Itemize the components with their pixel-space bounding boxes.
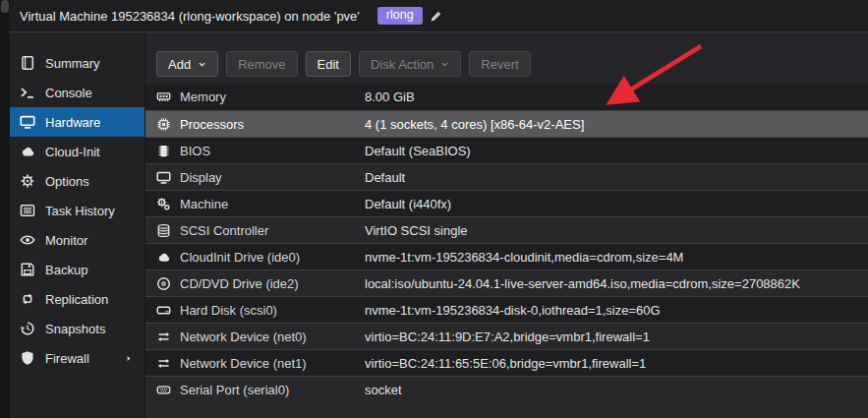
sidebar-item-label: Summary <box>45 56 100 71</box>
cpu-icon <box>156 117 171 132</box>
sidebar-item-replication[interactable]: Replication <box>10 284 145 314</box>
add-button[interactable]: Add <box>156 51 218 77</box>
hw-row-machine[interactable]: Machine Default (i440fx) <box>145 190 868 216</box>
sidebar-item-summary[interactable]: Summary <box>10 48 145 78</box>
terminal-icon <box>20 85 35 100</box>
sidebar-item-cloud-init[interactable]: Cloud-Init <box>10 137 145 166</box>
hw-row-serial-port-serial0[interactable]: Serial Port (serial0) socket <box>145 376 868 402</box>
hw-row-hard-disk-scsi0[interactable]: Hard Disk (scsi0) nvme-1t:vm-195236834-d… <box>145 296 868 323</box>
device-label: CD/DVD Drive (ide2) <box>180 276 299 291</box>
row-label-cell: CloudInit Drive (ide0) <box>145 250 365 265</box>
hardware-toolbar: Add Remove Edit <box>145 32 868 84</box>
sidebar-item-label: Backup <box>45 263 87 277</box>
left-edge-strip <box>0 0 10 418</box>
device-label: Processors <box>180 117 244 132</box>
database-icon <box>156 223 171 238</box>
device-label: CloudInit Drive (ide0) <box>180 250 300 265</box>
device-value: local:iso/ubuntu-24.04.1-live-server-amd… <box>365 276 868 291</box>
hardware-table: Memory 8.00 GiB Processors 4 (1 sockets,… <box>145 84 868 402</box>
sidebar-item-options[interactable]: Options <box>10 166 145 196</box>
memory-icon <box>156 90 171 104</box>
device-value: Default (i440fx) <box>365 197 868 211</box>
sidebar-item-hardware[interactable]: Hardware <box>10 107 145 137</box>
display-icon <box>156 170 171 185</box>
revert-button[interactable]: Revert <box>469 51 530 77</box>
scrollbar-thumb[interactable] <box>1 0 9 13</box>
eye-icon <box>20 232 35 248</box>
row-label-cell: Hard Disk (scsi0) <box>145 303 365 318</box>
device-value: virtio=BC:24:11:9D:E7:A2,bridge=vmbr1,fi… <box>365 329 868 344</box>
hw-row-bios[interactable]: BIOS Default (SeaBIOS) <box>145 137 868 163</box>
serial-icon <box>156 383 171 397</box>
device-label: Serial Port (serial0) <box>180 383 289 397</box>
sidebar-item-console[interactable]: Console <box>10 78 145 107</box>
device-value: Default (SeaBIOS) <box>365 144 868 158</box>
network-icon <box>156 329 171 344</box>
gear-icon <box>20 173 35 189</box>
caret-right-icon <box>121 354 137 363</box>
proxmox-vm-panel: Virtual Machine 195236834 (rlong-workspa… <box>0 0 868 418</box>
vm-sidebar: Summary Console Hardware <box>10 32 145 418</box>
book-icon <box>20 55 35 71</box>
row-label-cell: Network Device (net1) <box>145 356 365 371</box>
button-label: Edit <box>318 57 339 72</box>
chip-icon <box>156 144 171 158</box>
hw-row-network-device-net0[interactable]: Network Device (net0) virtio=BC:24:11:9D… <box>145 323 868 349</box>
button-label: Disk Action <box>371 57 434 72</box>
hardware-panel: Add Remove Edit <box>145 32 868 418</box>
device-value: Default <box>365 170 868 185</box>
sidebar-item-label: Hardware <box>45 115 100 130</box>
row-label-cell: SCSI Controller <box>145 223 365 238</box>
device-value: nvme-1t:vm-195236834-disk-0,iothread=1,s… <box>365 303 868 318</box>
remove-button[interactable]: Remove <box>226 51 297 77</box>
hw-row-scsi-controller[interactable]: SCSI Controller VirtIO SCSI single <box>145 216 868 243</box>
page-title: Virtual Machine 195236834 (rlong-workspa… <box>20 9 360 24</box>
device-label: Machine <box>180 197 228 211</box>
device-label: BIOS <box>180 144 210 158</box>
pencil-icon <box>430 10 442 23</box>
device-label: Hard Disk (scsi0) <box>180 303 277 318</box>
hdd-icon <box>156 303 171 318</box>
edit-button[interactable]: Edit <box>306 51 351 77</box>
disk-action-button[interactable]: Disk Action <box>359 51 461 77</box>
device-label: Display <box>180 170 222 185</box>
sidebar-item-backup[interactable]: Backup <box>10 255 145 284</box>
row-label-cell: Serial Port (serial0) <box>145 383 365 397</box>
cloud-icon <box>20 144 35 159</box>
device-value: 8.00 GiB <box>365 90 868 104</box>
sidebar-item-label: Monitor <box>45 233 87 248</box>
sidebar-item-snapshots[interactable]: Snapshots <box>10 314 145 343</box>
button-label: Remove <box>238 57 285 72</box>
cdrom-icon <box>156 276 171 291</box>
sidebar-item-task-history[interactable]: Task History <box>10 196 145 225</box>
button-label: Revert <box>481 57 518 72</box>
sidebar-item-label: Options <box>45 174 89 189</box>
device-value: nvme-1t:vm-195236834-cloudinit,media=cdr… <box>365 250 868 265</box>
edit-tag-button[interactable] <box>430 10 442 23</box>
hw-row-processors[interactable]: Processors 4 (1 sockets, 4 cores) [x86-6… <box>145 110 868 137</box>
shield-icon <box>20 350 35 366</box>
device-label: SCSI Controller <box>180 223 268 238</box>
sidebar-item-firewall[interactable]: Firewall <box>10 343 145 373</box>
device-value: socket <box>365 383 868 397</box>
cogs-icon <box>156 197 171 211</box>
sidebar-item-label: Console <box>45 86 92 100</box>
hw-row-cloudinit-drive-ide0[interactable]: CloudInit Drive (ide0) nvme-1t:vm-195236… <box>145 243 868 269</box>
hw-row-cd-dvd-drive-ide2[interactable]: CD/DVD Drive (ide2) local:iso/ubuntu-24.… <box>145 269 868 296</box>
hw-row-display[interactable]: Display Default <box>145 163 868 190</box>
device-value: VirtIO SCSI single <box>365 223 868 238</box>
sidebar-item-label: Task History <box>45 204 115 218</box>
row-label-cell: Network Device (net0) <box>145 329 365 344</box>
row-label-cell: BIOS <box>145 144 365 158</box>
monitor-icon <box>20 114 35 130</box>
sidebar-item-label: Firewall <box>45 351 89 366</box>
vm-titlebar: Virtual Machine 195236834 (rlong-workspa… <box>10 0 868 32</box>
device-label: Network Device (net1) <box>180 356 307 371</box>
device-value: 4 (1 sockets, 4 cores) [x86-64-v2-AES] <box>365 117 868 132</box>
row-label-cell: Memory <box>145 90 365 104</box>
hw-row-memory[interactable]: Memory 8.00 GiB <box>145 84 868 110</box>
row-label-cell: Display <box>145 170 365 185</box>
sidebar-item-monitor[interactable]: Monitor <box>10 225 145 255</box>
hw-row-network-device-net1[interactable]: Network Device (net1) virtio=BC:24:11:65… <box>145 349 868 376</box>
device-value: virtio=BC:24:11:65:5E:06,bridge=vmbr1,fi… <box>365 356 868 371</box>
